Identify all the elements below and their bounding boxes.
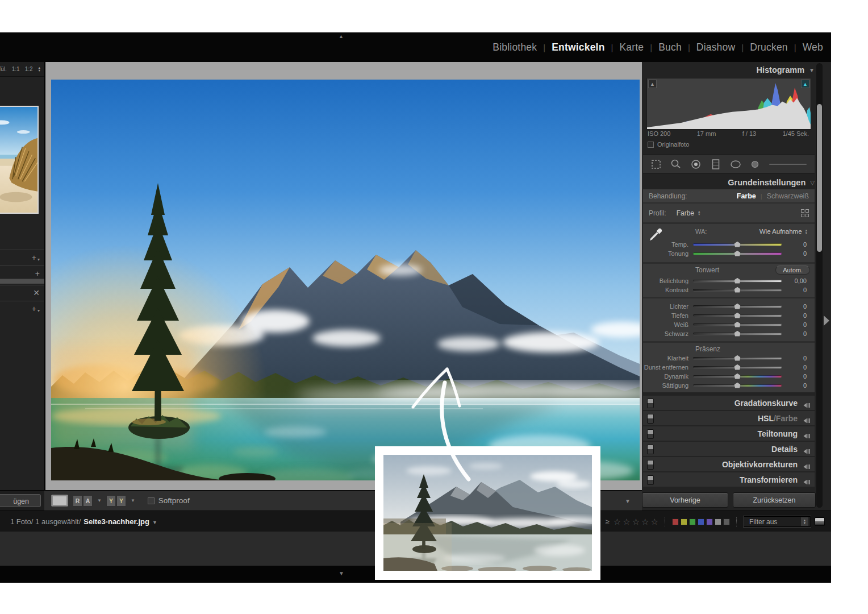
star-icon[interactable]: ☆ xyxy=(614,517,621,527)
previous-button[interactable]: Vorherige xyxy=(642,492,728,508)
histogram-header[interactable]: Histogramm ▼ xyxy=(643,64,819,76)
module-tab-buch[interactable]: Buch xyxy=(658,42,682,53)
red-eye-tool-icon[interactable] xyxy=(688,157,703,171)
left-panel-header[interactable]: +▾ xyxy=(0,250,44,265)
plus-icon[interactable]: + xyxy=(32,305,36,313)
right-panel-scrollbar[interactable] xyxy=(816,63,823,508)
reset-button[interactable]: Zurücksetzen xyxy=(733,492,816,508)
panel-toggle-switch[interactable] xyxy=(647,429,654,439)
add-button-clipped[interactable]: ügen xyxy=(0,494,41,507)
graduated-filter-tool-icon[interactable] xyxy=(708,157,723,171)
module-tab-entwickeln[interactable]: Entwickeln xyxy=(552,42,604,53)
module-tab-diashow[interactable]: Diashow xyxy=(696,42,736,53)
panel-collapse-top-icon[interactable]: ▲ xyxy=(339,34,344,39)
profile-value[interactable]: Farbe xyxy=(677,209,694,217)
slider-track[interactable] xyxy=(693,280,782,282)
slider-thumb[interactable] xyxy=(735,374,741,379)
radial-filter-tool-icon[interactable] xyxy=(728,157,743,171)
slider-track[interactable] xyxy=(693,323,782,326)
toolbar-options-icon[interactable]: ▼ xyxy=(625,498,631,504)
slider-track[interactable] xyxy=(693,384,782,387)
softproof-checkbox[interactable] xyxy=(148,497,155,504)
close-icon[interactable]: ✕ xyxy=(33,289,40,297)
panel-toggle-switch[interactable] xyxy=(647,399,654,408)
panel-details[interactable]: Details xyxy=(643,442,815,456)
slider-thumb[interactable] xyxy=(735,278,741,284)
panel-expand-icon[interactable] xyxy=(803,446,810,457)
panel-expand-icon[interactable] xyxy=(803,416,810,426)
histogram-box[interactable]: ▲ ▲ xyxy=(646,78,811,130)
slider-thumb[interactable] xyxy=(735,242,741,247)
adjustment-brush-tool-icon[interactable] xyxy=(748,157,763,171)
module-tab-karte[interactable]: Karte xyxy=(619,42,644,53)
scrollbar-thumb[interactable] xyxy=(817,104,822,252)
slider-track[interactable] xyxy=(693,314,782,317)
rating-threshold-icon[interactable]: ≥ xyxy=(606,517,610,526)
plus-icon[interactable]: + xyxy=(35,269,40,277)
main-photo[interactable] xyxy=(51,80,640,480)
crop-tool-icon[interactable] xyxy=(649,157,663,171)
profile-browser-icon[interactable] xyxy=(801,209,809,217)
panel-toggle-switch[interactable] xyxy=(647,445,654,454)
slider-track[interactable] xyxy=(693,243,782,246)
panel-toggle-switch[interactable] xyxy=(647,475,654,485)
panel-expand-icon[interactable] xyxy=(803,477,810,487)
panel-objektivkorrekturen[interactable]: Objektivkorrekturen xyxy=(643,457,815,471)
shadow-clipping-icon[interactable]: ▲ xyxy=(648,80,657,88)
panel-expand-icon[interactable] xyxy=(803,462,810,472)
reference-view-icon[interactable]: R A xyxy=(73,495,93,507)
color-label-chip[interactable] xyxy=(715,518,721,525)
slider-track[interactable] xyxy=(693,252,782,255)
chevron-down-icon[interactable]: ▼ xyxy=(97,498,102,503)
panel-toggle-switch[interactable] xyxy=(647,414,654,424)
original-photo-checkbox[interactable] xyxy=(648,142,654,148)
color-label-chip[interactable] xyxy=(706,518,713,525)
slider-thumb[interactable] xyxy=(735,313,741,318)
panel-toggle-switch[interactable] xyxy=(647,460,654,470)
left-panel-header[interactable]: ✕ xyxy=(0,285,44,300)
slider-thumb[interactable] xyxy=(735,251,741,256)
slider-thumb[interactable] xyxy=(735,383,741,388)
star-icon[interactable]: ☆ xyxy=(623,517,630,527)
treatment-option-schwarzwei[interactable]: Schwarzweiß xyxy=(767,192,809,200)
slider-thumb[interactable] xyxy=(735,287,741,293)
star-icon[interactable]: ☆ xyxy=(641,517,649,527)
panel-gradationskurve[interactable]: Gradationskurve xyxy=(643,396,815,410)
panel-show-arrow-icon[interactable] xyxy=(824,316,829,326)
slider-track[interactable] xyxy=(693,333,782,335)
color-label-chip[interactable] xyxy=(723,518,730,525)
slider-thumb[interactable] xyxy=(735,364,741,370)
star-icon[interactable]: ☆ xyxy=(651,517,658,527)
updown-icon[interactable]: ▲▼ xyxy=(698,210,700,215)
basic-panel-header[interactable]: Grundeinstellungen ▽ xyxy=(643,176,819,189)
filmstrip-status[interactable]: 1 Foto/ 1 ausgewählt/ Seite3-nachher.jpg… xyxy=(10,511,157,532)
plus-icon[interactable]: + xyxy=(32,254,36,262)
module-tab-bibliothek[interactable]: Bibliothek xyxy=(493,42,537,53)
treatment-option-farbe[interactable]: Farbe xyxy=(737,192,756,200)
left-panel-header[interactable]: +▾ xyxy=(0,301,44,316)
panel-expand-icon[interactable] xyxy=(803,400,810,410)
panel-transformieren[interactable]: Transformieren xyxy=(643,472,815,487)
panel-teiltonung[interactable]: Teiltonung xyxy=(643,426,815,441)
slider-thumb[interactable] xyxy=(735,355,741,361)
module-tab-drucken[interactable]: Drucken xyxy=(750,42,788,53)
slider-thumb[interactable] xyxy=(735,304,741,309)
slider-track[interactable] xyxy=(693,366,782,368)
slider-track[interactable] xyxy=(693,305,782,308)
color-label-chip[interactable] xyxy=(698,518,704,525)
brush-size-slider[interactable] xyxy=(769,164,807,165)
loupe-view-icon[interactable] xyxy=(51,495,68,507)
auto-tone-button[interactable]: Autom. xyxy=(775,265,810,275)
slider-track[interactable] xyxy=(693,289,782,291)
module-tab-web[interactable]: Web xyxy=(803,42,823,53)
star-icon[interactable]: ☆ xyxy=(632,517,640,527)
slider-thumb[interactable] xyxy=(735,322,741,327)
filter-select[interactable]: Filter aus ▲▼ xyxy=(744,516,811,527)
filmstrip-source-icon[interactable] xyxy=(815,517,825,526)
panel-hsl[interactable]: HSL/Farbe xyxy=(643,411,815,425)
slider-thumb[interactable] xyxy=(735,331,741,337)
slider-track[interactable] xyxy=(693,375,782,377)
color-label-chip[interactable] xyxy=(672,518,679,525)
color-label-chip[interactable] xyxy=(689,518,696,525)
panel-expand-icon[interactable] xyxy=(803,431,810,441)
